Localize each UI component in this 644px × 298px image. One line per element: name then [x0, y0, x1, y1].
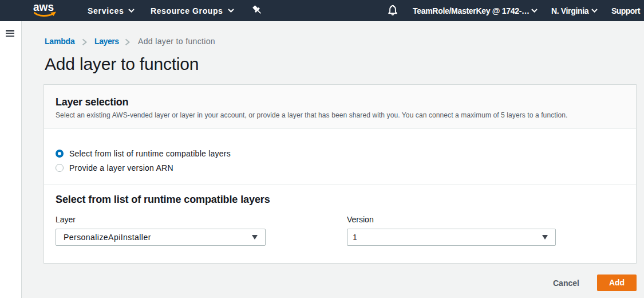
svg-text:aws: aws	[33, 3, 54, 13]
